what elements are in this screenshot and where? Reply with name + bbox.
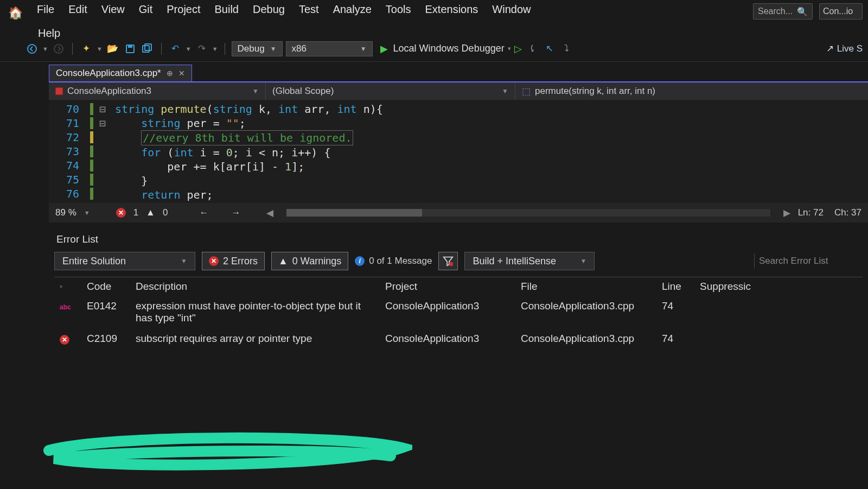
redo-icon[interactable]: ↷ <box>195 42 209 56</box>
platform-dropdown[interactable]: x86▼ <box>286 41 373 56</box>
nav-project-dropdown[interactable]: ConsoleApplication3 ▼ <box>49 82 266 100</box>
menu-edit[interactable]: Edit <box>68 3 87 16</box>
save-all-icon[interactable] <box>141 42 155 56</box>
fold-column[interactable]: ⊟⊟ <box>97 100 108 203</box>
nav-member-dropdown[interactable]: ⬚ permute(string k, int arr, int n) <box>515 82 868 100</box>
new-item-icon[interactable]: ✦ <box>79 42 93 56</box>
errors-filter-button[interactable]: ✕ 2 Errors <box>202 252 265 270</box>
solution-config-indicator[interactable]: Con...io <box>819 3 863 20</box>
table-row[interactable]: abcE0142expression must have pointer-to-… <box>54 296 863 328</box>
filter-button[interactable] <box>438 252 458 270</box>
undo-icon[interactable]: ↶ <box>168 42 182 56</box>
menu-tools[interactable]: Tools <box>386 3 411 16</box>
menu-window[interactable]: Window <box>492 3 531 16</box>
home-icon[interactable]: 🏠 <box>5 3 25 23</box>
chevron-down-icon[interactable]: ▼ <box>186 46 192 52</box>
chevron-down-icon[interactable]: ▼ <box>84 209 90 216</box>
nav-back-icon[interactable] <box>25 42 39 56</box>
menu-items: File Edit View Git Project Build Debug T… <box>37 3 531 16</box>
code-content[interactable]: string permute(string k, int arr, int n)… <box>108 100 383 203</box>
col-suppression[interactable]: Suppressic <box>694 277 863 296</box>
chevron-down-icon[interactable]: ▼ <box>97 46 103 52</box>
play-icon[interactable]: ▶ <box>380 43 388 55</box>
close-icon[interactable]: ✕ <box>178 69 185 78</box>
error-code: C2109 <box>81 328 130 349</box>
table-header-row: ᵃ Code Description Project File Line Sup… <box>54 277 863 296</box>
table-row[interactable]: ✕C2109subscript requires array or pointe… <box>54 328 863 349</box>
chevron-down-icon[interactable]: ▾ <box>508 45 511 52</box>
line-number: 71 <box>49 116 79 130</box>
error-line: 74 <box>656 328 694 349</box>
caret-line: Ln: 72 <box>798 207 824 218</box>
scroll-left-icon[interactable]: ◀ <box>266 207 273 219</box>
file-tab[interactable]: ConsoleApplication3.cpp* ⊕ ✕ <box>49 65 192 81</box>
editor-area: ConsoleApplication3.cpp* ⊕ ✕ ConsoleAppl… <box>49 62 868 223</box>
cursor-icon[interactable]: ↖ <box>542 42 557 56</box>
code-editor[interactable]: 70 71 72 73 74 75 76 ⊟⊟ string permute(s… <box>49 100 868 203</box>
step-into-icon[interactable]: ⤹ <box>525 42 539 56</box>
line-number: 75 <box>49 173 79 187</box>
chevron-down-icon[interactable]: ▼ <box>212 46 218 52</box>
error-search-input[interactable]: Search Error List <box>754 253 863 269</box>
save-icon[interactable] <box>123 42 137 56</box>
chevron-down-icon[interactable]: ▼ <box>42 46 48 52</box>
error-line: 74 <box>656 296 694 328</box>
line-gutter: 70 71 72 73 74 75 76 <box>49 100 87 203</box>
error-count: 1 <box>133 207 138 218</box>
col-code[interactable]: Code <box>81 277 130 296</box>
col-description[interactable]: Description <box>130 277 380 296</box>
menu-build[interactable]: Build <box>215 3 239 16</box>
line-number: 72 <box>49 130 79 144</box>
errors-filter-label: 2 Errors <box>223 256 258 267</box>
run-button[interactable]: Local Windows Debugger <box>393 43 505 54</box>
warning-icon[interactable]: ▲ <box>146 207 155 218</box>
config-dropdown[interactable]: Debug▼ <box>232 41 283 56</box>
zoom-level[interactable]: 89 % <box>55 207 76 218</box>
col-project[interactable]: Project <box>380 277 515 296</box>
horizontal-scrollbar[interactable] <box>286 209 770 217</box>
messages-filter-label: 0 of 1 Message <box>369 256 432 266</box>
line-number: 73 <box>49 144 79 158</box>
menu-debug[interactable]: Debug <box>253 3 285 16</box>
annotation-scribble <box>43 429 412 478</box>
menu-extensions[interactable]: Extensions <box>425 3 478 16</box>
col-line[interactable]: Line <box>656 277 694 296</box>
error-project: ConsoleApplication3 <box>380 296 515 328</box>
col-file[interactable]: File <box>515 277 656 296</box>
svg-point-6 <box>449 262 453 266</box>
error-icon[interactable]: ✕ <box>116 208 126 218</box>
panel-title: Error List <box>54 230 863 249</box>
nav-scope-dropdown[interactable]: (Global Scope) ▼ <box>266 82 515 100</box>
error-desc: expression must have pointer-to-object t… <box>130 296 380 328</box>
live-share-button[interactable]: ↗ Live S <box>826 43 863 54</box>
menu-file[interactable]: File <box>37 3 54 16</box>
pin-icon[interactable]: ⊕ <box>167 69 173 78</box>
warnings-filter-button[interactable]: ▲ 0 Warnings <box>271 252 348 270</box>
arrow-right-icon[interactable]: → <box>231 207 240 218</box>
warning-count: 0 <box>163 207 168 218</box>
source-dropdown[interactable]: Build + IntelliSense ▼ <box>464 252 595 270</box>
funnel-icon <box>442 255 454 267</box>
error-icon: ✕ <box>209 256 219 266</box>
tab-label: ConsoleApplication3.cpp* <box>56 68 161 79</box>
nav-project-label: ConsoleApplication3 <box>67 86 151 97</box>
config-label: Debug <box>238 43 265 54</box>
col-icon[interactable]: ᵃ <box>54 277 81 296</box>
step-over-icon[interactable]: ⤵ <box>560 42 574 56</box>
scope-dropdown[interactable]: Entire Solution ▼ <box>54 252 195 270</box>
arrow-left-icon[interactable]: ← <box>199 207 208 218</box>
messages-filter-button[interactable]: i 0 of 1 Message <box>355 256 432 266</box>
menu-help[interactable]: Help <box>38 27 60 40</box>
line-number: 74 <box>49 158 79 173</box>
quick-search-input[interactable]: Search... 🔍 <box>753 3 813 20</box>
menu-project[interactable]: Project <box>167 3 200 16</box>
nav-forward-icon[interactable] <box>52 42 66 56</box>
chevron-down-icon: ▼ <box>580 257 587 265</box>
scroll-right-icon[interactable]: ▶ <box>783 207 790 219</box>
menu-view[interactable]: View <box>101 3 125 16</box>
play-outline-icon[interactable]: ▷ <box>514 43 522 55</box>
menu-test[interactable]: Test <box>299 3 319 16</box>
menu-git[interactable]: Git <box>139 3 153 16</box>
menu-analyze[interactable]: Analyze <box>333 3 372 16</box>
open-folder-icon[interactable]: 📂 <box>106 42 120 56</box>
